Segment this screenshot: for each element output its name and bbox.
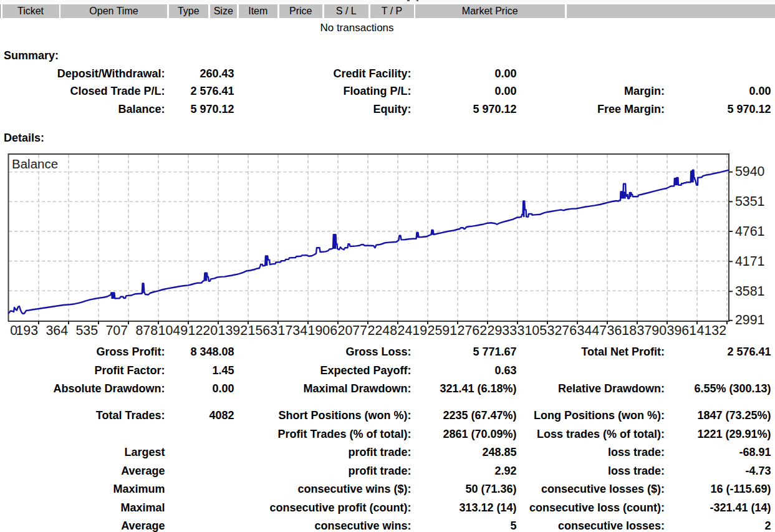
svg-text:Balance: Balance bbox=[12, 157, 58, 171]
